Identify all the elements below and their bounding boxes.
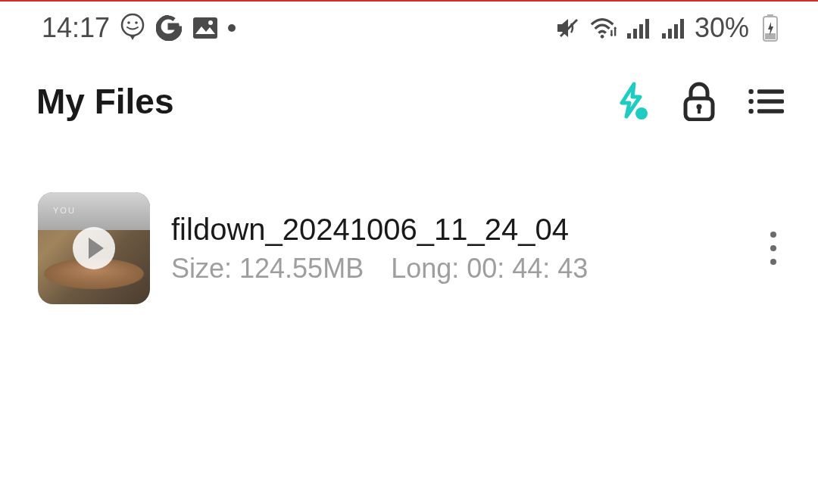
status-more-dot xyxy=(228,24,236,32)
svg-rect-3 xyxy=(193,17,217,39)
svg-point-6 xyxy=(601,35,604,39)
svg-rect-11 xyxy=(662,33,666,39)
status-bar: 14:17 xyxy=(0,2,818,54)
svg-point-1 xyxy=(127,21,130,24)
battery-icon xyxy=(757,14,784,42)
svg-rect-23 xyxy=(757,89,784,94)
photo-icon xyxy=(192,14,219,42)
svg-rect-13 xyxy=(674,24,678,39)
signal-2-icon xyxy=(660,14,687,42)
file-item[interactable]: YOU fildown_20241006_11_24_04 Size: 124.… xyxy=(38,186,784,310)
lightning-icon[interactable] xyxy=(614,83,651,120)
file-meta: Size: 124.55MB Long: 00: 44: 43 xyxy=(171,253,742,285)
svg-point-2 xyxy=(135,21,138,24)
signal-1-icon xyxy=(625,14,652,42)
status-bar-right: 30% xyxy=(555,12,784,44)
svg-point-0 xyxy=(122,14,143,36)
svg-rect-21 xyxy=(698,107,701,114)
file-name: fildown_20241006_11_24_04 xyxy=(171,213,742,247)
svg-rect-12 xyxy=(668,29,672,39)
svg-rect-9 xyxy=(639,24,643,39)
list-view-icon[interactable] xyxy=(748,83,784,120)
app-header: My Files xyxy=(0,54,818,141)
svg-point-24 xyxy=(748,99,753,104)
svg-rect-8 xyxy=(633,29,637,39)
status-bar-left: 14:17 xyxy=(42,12,236,44)
battery-percent: 30% xyxy=(695,12,749,44)
file-size: Size: 124.55MB xyxy=(171,253,364,285)
svg-point-18 xyxy=(635,107,648,120)
lock-icon[interactable] xyxy=(681,83,717,120)
svg-rect-25 xyxy=(757,99,784,104)
play-icon xyxy=(73,227,115,269)
header-actions xyxy=(614,83,784,120)
status-time: 14:17 xyxy=(42,12,110,44)
file-duration: Long: 00: 44: 43 xyxy=(391,253,588,285)
svg-rect-14 xyxy=(680,19,684,39)
svg-point-4 xyxy=(208,20,213,25)
svg-rect-7 xyxy=(627,33,631,39)
wifi-icon xyxy=(590,14,617,42)
file-info: fildown_20241006_11_24_04 Size: 124.55MB… xyxy=(171,213,742,285)
svg-point-22 xyxy=(748,89,753,94)
file-thumbnail[interactable]: YOU xyxy=(38,192,150,304)
thumbnail-tag: YOU xyxy=(53,206,76,215)
location-smiley-icon xyxy=(119,14,146,42)
svg-rect-10 xyxy=(645,19,649,39)
mute-icon xyxy=(555,14,582,42)
svg-point-26 xyxy=(748,109,753,114)
file-list: YOU fildown_20241006_11_24_04 Size: 124.… xyxy=(0,141,818,310)
svg-rect-17 xyxy=(765,33,776,39)
file-menu-button[interactable] xyxy=(763,224,784,272)
google-icon xyxy=(155,14,183,42)
svg-rect-27 xyxy=(757,109,784,114)
page-title: My Files xyxy=(36,81,174,122)
